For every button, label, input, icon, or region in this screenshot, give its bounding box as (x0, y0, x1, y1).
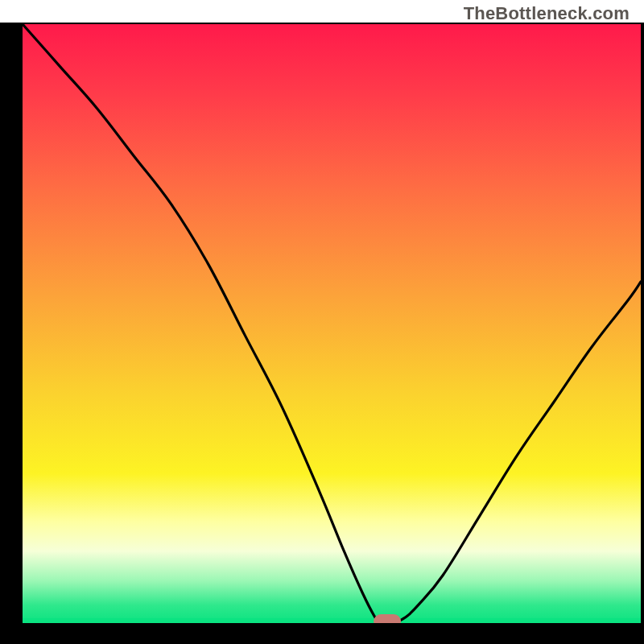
frame-right (641, 24, 644, 644)
chart-svg (0, 0, 644, 644)
chart-root: TheBottleneck.com (0, 0, 644, 644)
attribution-text: TheBottleneck.com (464, 3, 630, 24)
baseline-strip (23, 618, 641, 623)
plot-background (23, 24, 641, 623)
frame-bottom (0, 623, 644, 644)
frame-left (0, 24, 23, 644)
